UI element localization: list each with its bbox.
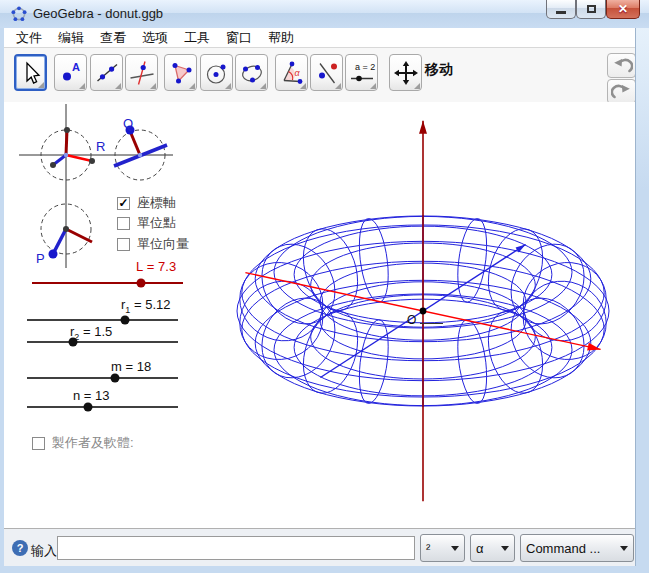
svg-text:A: A — [72, 61, 80, 73]
greek-letter-dropdown[interactable]: α — [470, 534, 515, 562]
label-Q: Q — [123, 116, 133, 131]
cursor-icon — [18, 60, 44, 86]
tool-perpendicular[interactable] — [125, 54, 158, 91]
tool-circle[interactable] — [200, 54, 233, 91]
tool-slider[interactable]: a = 2 — [345, 54, 378, 91]
svg-text:a = 2: a = 2 — [355, 62, 375, 72]
menu-edit[interactable]: 编辑 — [50, 28, 92, 48]
label-R: R — [96, 139, 105, 154]
help-icon[interactable]: ? — [12, 540, 28, 556]
minimize-button[interactable] — [546, 0, 576, 19]
slider-n-label: n = 13 — [73, 388, 110, 406]
close-icon: ✕ — [618, 3, 628, 15]
close-button[interactable]: ✕ — [606, 0, 640, 19]
checkbox-axes-label: 座標軸 — [137, 194, 176, 212]
slider-icon: a = 2 — [348, 60, 376, 86]
graphics-view[interactable] — [4, 102, 636, 528]
line-icon — [94, 60, 120, 86]
checkbox-author-box[interactable] — [32, 437, 45, 450]
slider-m-label: m = 18 — [111, 359, 151, 377]
tool-move-view[interactable] — [389, 54, 422, 91]
tool-bar: A — [4, 48, 636, 103]
menu-tools[interactable]: 工具 — [176, 28, 218, 48]
tool-polygon[interactable] — [164, 54, 197, 91]
checkbox-author-label: 製作者及軟體: — [52, 434, 134, 452]
superscript-dropdown[interactable]: ² — [420, 534, 465, 562]
geogebra-window: GeoGebra - donut.ggb ✕ 文件 编辑 查看 选项 工具 窗口… — [0, 0, 649, 573]
checkbox-unit-vectors[interactable]: 單位向量 — [117, 235, 189, 253]
menu-help[interactable]: 帮助 — [260, 28, 302, 48]
point-icon: A — [58, 60, 84, 86]
move-view-icon — [393, 60, 419, 86]
chevron-down-icon — [620, 546, 628, 555]
checkbox-axes-box[interactable] — [117, 197, 130, 210]
chevron-down-icon — [451, 546, 459, 555]
tool-line[interactable] — [90, 54, 123, 91]
point-P[interactable] — [49, 250, 58, 259]
checkbox-author[interactable]: 製作者及軟體: — [32, 434, 134, 452]
input-bar: ? 输入: ² α Command ... — [4, 528, 636, 566]
slider-r2-label: r2 = 1.5 — [70, 324, 112, 342]
menu-file[interactable]: 文件 — [8, 28, 50, 48]
checkbox-unit-vectors-box[interactable] — [117, 238, 130, 251]
svg-text:α: α — [294, 68, 300, 78]
menu-bar: 文件 编辑 查看 选项 工具 窗口 帮助 — [4, 28, 636, 48]
tool-move[interactable] — [14, 54, 47, 91]
tool-angle[interactable]: α — [275, 54, 308, 91]
title-bar: GeoGebra - donut.ggb ✕ — [0, 0, 649, 28]
menu-view[interactable]: 查看 — [92, 28, 134, 48]
slider-L-label: L = 7.3 — [136, 259, 176, 277]
command-dropdown[interactable]: Command ... — [520, 534, 634, 562]
undo-icon — [611, 56, 633, 76]
redo-button[interactable] — [607, 79, 636, 104]
reflect-icon — [314, 60, 340, 86]
circle-icon — [204, 60, 230, 86]
polygon-icon — [168, 60, 194, 86]
active-tool-label: 移动 — [425, 61, 453, 79]
window-frame-right — [635, 28, 649, 566]
slider-L-handle[interactable] — [137, 279, 146, 288]
geogebra-logo-icon — [11, 6, 27, 22]
undo-button[interactable] — [607, 53, 636, 78]
checkbox-unit-points[interactable]: 單位點 — [117, 214, 176, 232]
chevron-down-icon — [501, 546, 509, 555]
menu-options[interactable]: 选项 — [134, 28, 176, 48]
tool-point[interactable]: A — [54, 54, 87, 91]
tool-reflect[interactable] — [310, 54, 343, 91]
checkbox-unit-points-label: 單位點 — [137, 214, 176, 232]
minimize-icon — [556, 11, 566, 14]
angle-icon: α — [279, 60, 305, 86]
checkbox-unit-points-box[interactable] — [117, 217, 130, 230]
window-frame-left — [0, 28, 4, 566]
ellipse-icon — [239, 60, 265, 86]
checkbox-axes[interactable]: 座標軸 — [117, 194, 176, 212]
tool-ellipse[interactable] — [235, 54, 268, 91]
maximize-icon — [587, 5, 596, 13]
slider-r1-handle[interactable] — [121, 316, 130, 325]
command-input[interactable] — [57, 536, 415, 560]
point-R[interactable] — [89, 158, 95, 164]
redo-icon — [611, 82, 633, 102]
menu-window[interactable]: 窗口 — [218, 28, 260, 48]
maximize-button[interactable] — [576, 0, 606, 19]
origin-point[interactable] — [420, 308, 427, 315]
label-P: P — [36, 251, 45, 266]
checkbox-unit-vectors-label: 單位向量 — [137, 235, 189, 253]
3d-axes — [245, 121, 600, 501]
window-title: GeoGebra - donut.ggb — [33, 6, 163, 21]
perpendicular-line-icon — [129, 60, 155, 86]
slider-r1-label: r1 = 5.12 — [121, 297, 170, 315]
label-origin: O — [407, 313, 416, 327]
window-frame-bottom — [0, 566, 649, 573]
